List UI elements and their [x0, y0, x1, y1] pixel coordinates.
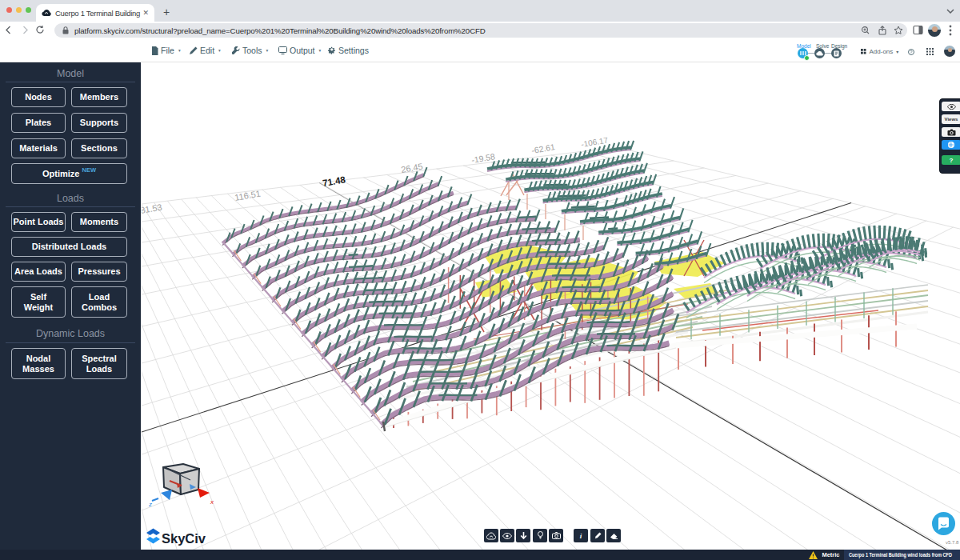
svg-text:116.51: 116.51 — [234, 189, 261, 202]
svg-text:26.45: 26.45 — [400, 162, 423, 174]
svg-text:v5.7.8: v5.7.8 — [946, 540, 959, 545]
svg-text:81.53: 81.53 — [142, 202, 162, 215]
svg-text:71.48: 71.48 — [322, 174, 346, 188]
svg-text:-62.61: -62.61 — [530, 142, 556, 155]
svg-text:SkyCiv: SkyCiv — [162, 531, 206, 546]
svg-text:z: z — [148, 501, 152, 508]
